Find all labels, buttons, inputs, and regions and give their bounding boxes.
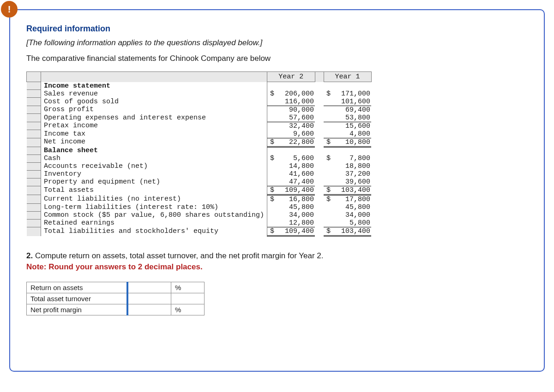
question-text: 2. Compute return on assets, total asset… <box>26 250 528 273</box>
question-note: Note: Round your answers to 2 decimal pl… <box>26 262 203 271</box>
row-label: Pretax income <box>41 122 267 130</box>
answer-input-cell[interactable] <box>127 293 171 304</box>
answer-input-cell[interactable] <box>127 304 171 315</box>
row-label: Total liabilities and stockholders' equi… <box>41 227 267 236</box>
row-label: Inventory <box>41 170 267 178</box>
required-info-panel: ! Required information [The following in… <box>9 9 545 372</box>
answer-input-cell[interactable] <box>127 282 171 293</box>
answer-row: Total asset turnover <box>27 293 205 304</box>
section-balance: Balance sheet <box>41 147 267 154</box>
section-income: Income statement <box>41 82 267 90</box>
row-label: Accounts receivable (net) <box>41 162 267 170</box>
row-label: Common stock ($5 par value, 6,800 shares… <box>41 211 267 219</box>
row-label: Retained earnings <box>41 219 267 227</box>
col-header-year1: Year 1 <box>324 72 371 82</box>
answer-unit: % <box>171 304 205 315</box>
row-label: Income tax <box>41 130 267 138</box>
row-label: Long-term liabilities (interest rate: 10… <box>41 203 267 211</box>
row-label: Property and equipment (net) <box>41 178 267 186</box>
answers-table: Return on assets % Total asset turnover … <box>26 282 205 315</box>
intro-text: The comparative financial statements for… <box>26 54 528 63</box>
row-label: Sales revenue <box>41 90 267 98</box>
answer-label: Net profit margin <box>27 304 127 315</box>
alert-icon: ! <box>1 1 18 18</box>
row-label: Operating expenses and interest expense <box>41 114 267 122</box>
question-number: 2. <box>26 251 33 260</box>
answer-unit <box>171 293 205 304</box>
question-body: Compute return on assets, total asset tu… <box>33 251 323 260</box>
required-heading: Required information <box>26 24 528 34</box>
row-label: Net income <box>41 138 267 147</box>
answer-input[interactable] <box>127 282 171 293</box>
answer-label: Total asset turnover <box>27 293 127 304</box>
answer-unit: % <box>171 282 205 293</box>
row-label: Total assets <box>41 186 267 195</box>
applies-note: [The following information applies to th… <box>26 38 528 48</box>
answer-label: Return on assets <box>27 282 127 293</box>
row-label: Gross profit <box>41 106 267 114</box>
row-label: Current liabilities (no interest) <box>41 195 267 204</box>
answer-row: Net profit margin % <box>27 304 205 315</box>
financial-statements-table: Year 2 Year 1 Income statement Sales rev… <box>26 71 372 237</box>
answer-input[interactable] <box>127 293 171 304</box>
row-label: Cash <box>41 154 267 162</box>
answer-row: Return on assets % <box>27 282 205 293</box>
answer-input[interactable] <box>127 304 171 315</box>
row-label: Cost of goods sold <box>41 98 267 106</box>
col-header-year2: Year 2 <box>267 72 315 82</box>
